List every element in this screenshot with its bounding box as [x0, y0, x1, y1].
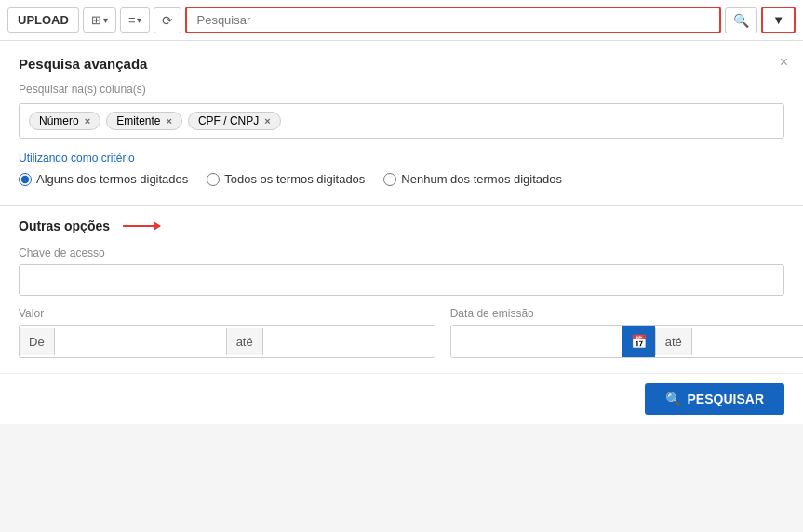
radio-nenhum[interactable]: Nenhum dos termos digitados	[383, 172, 562, 186]
tag-close-cpfcnpj[interactable]: ×	[264, 115, 270, 126]
chevron-down-icon: ▾	[103, 15, 108, 25]
radio-group: Alguns dos termos digitados Todos os ter…	[19, 172, 784, 186]
grid-view-icon: ⊞	[91, 13, 101, 27]
pesquisar-label: PESQUISAR	[688, 392, 764, 406]
arrow-right-icon	[123, 225, 160, 227]
filter-icon: ▼	[772, 13, 784, 27]
valor-de-prefix: De	[20, 328, 55, 355]
radio-nenhum-input[interactable]	[383, 173, 396, 186]
search-input[interactable]	[185, 7, 721, 33]
tag-emitente: Emitente ×	[106, 112, 182, 130]
bottom-bar: 🔍 PESQUISAR	[0, 373, 803, 424]
tag-label-emitente: Emitente	[116, 114, 160, 127]
data-ate-sep: até	[655, 328, 692, 355]
chave-acesso-label: Chave de acesso	[19, 246, 784, 259]
valor-field-group: Valor De até	[19, 307, 435, 358]
tag-close-numero[interactable]: ×	[85, 115, 90, 126]
radio-alguns[interactable]: Alguns dos termos digitados	[19, 172, 188, 186]
radio-todos-input[interactable]	[207, 173, 220, 186]
tags-container: Número × Emitente × CPF / CNPJ ×	[19, 103, 784, 139]
tag-cpfcnpj: CPF / CNPJ ×	[188, 112, 281, 130]
panel-title: Pesquisa avançada	[19, 56, 784, 72]
advanced-search-panel: Pesquisa avançada × Pesquisar na(s) colu…	[0, 41, 803, 206]
outras-opcoes-section: Outras opções Chave de acesso Valor De a…	[0, 206, 803, 373]
row-fields: Valor De até Data de emissão 📅 até 📅	[19, 307, 784, 358]
filter-button[interactable]: ▼	[761, 7, 796, 33]
outras-opcoes-title-text: Outras opções	[19, 219, 110, 233]
valor-range-row: De até	[19, 325, 435, 358]
outras-opcoes-title: Outras opções	[19, 219, 784, 233]
data-ate-input[interactable]	[692, 326, 803, 357]
grid-view-button[interactable]: ⊞ ▾	[83, 7, 116, 33]
pesquisar-search-icon: 🔍	[665, 392, 681, 406]
radio-nenhum-label: Nenhum dos termos digitados	[401, 172, 562, 186]
pesquisar-button[interactable]: 🔍 PESQUISAR	[645, 383, 784, 415]
chevron-down-icon2: ▾	[137, 15, 141, 25]
radio-todos-label: Todos os termos digitados	[224, 172, 365, 186]
columns-label: Pesquisar na(s) coluna(s)	[19, 83, 784, 96]
tag-label-cpfcnpj: CPF / CNPJ	[198, 114, 259, 127]
valor-ate-sep: até	[226, 328, 263, 355]
data-label: Data de emissão	[450, 307, 803, 320]
upload-button[interactable]: UPLOAD	[7, 7, 79, 33]
radio-todos[interactable]: Todos os termos digitados	[207, 172, 365, 186]
calendar-de-button[interactable]: 📅	[622, 326, 655, 357]
valor-label: Valor	[19, 307, 435, 320]
radio-alguns-input[interactable]	[19, 173, 32, 186]
data-de-input[interactable]	[451, 326, 622, 357]
criteria-label: Utilizando como critério	[19, 152, 784, 165]
search-button[interactable]: 🔍	[725, 7, 757, 33]
calendar-de-icon: 📅	[631, 334, 647, 349]
data-range-row: 📅 até 📅	[450, 325, 803, 358]
chave-acesso-input[interactable]	[19, 264, 784, 296]
tag-numero: Número ×	[29, 112, 100, 130]
search-wrapper	[185, 7, 721, 33]
tag-close-emitente[interactable]: ×	[166, 115, 171, 126]
refresh-icon: ⟳	[162, 13, 173, 28]
tag-label-numero: Número	[39, 114, 79, 127]
toolbar: UPLOAD ⊞ ▾ ≡ ▾ ⟳ 🔍 ▼	[0, 0, 803, 41]
valor-de-input[interactable]	[55, 326, 226, 357]
list-view-button[interactable]: ≡ ▾	[120, 7, 151, 33]
valor-ate-input[interactable]	[263, 326, 435, 357]
search-icon: 🔍	[733, 13, 749, 28]
refresh-button[interactable]: ⟳	[154, 7, 181, 33]
list-view-icon: ≡	[128, 13, 136, 27]
data-field-group: Data de emissão 📅 até 📅	[450, 307, 803, 358]
close-button[interactable]: ×	[780, 54, 788, 71]
radio-alguns-label: Alguns dos termos digitados	[36, 172, 188, 186]
